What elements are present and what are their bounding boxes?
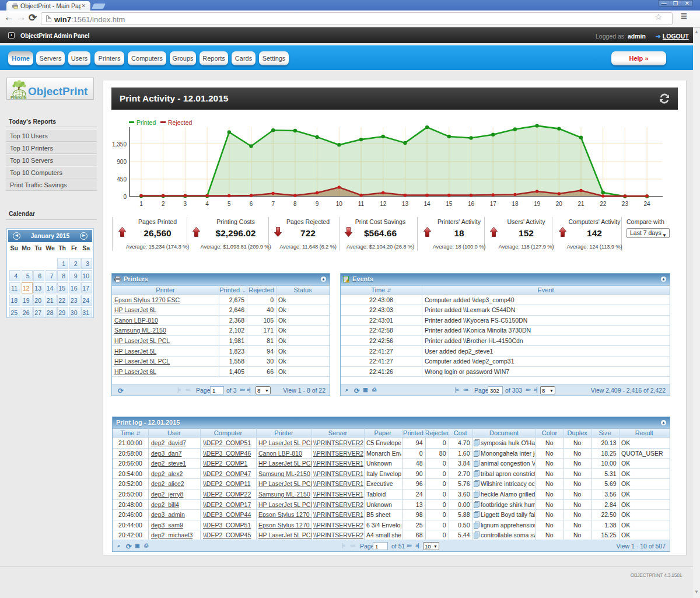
svg-text:24: 24 bbox=[644, 201, 651, 207]
svg-text:Fitosoft: Fitosoft bbox=[10, 95, 27, 100]
svg-text:900: 900 bbox=[117, 159, 127, 165]
svg-text:16: 16 bbox=[468, 201, 475, 207]
svg-text:19: 19 bbox=[534, 201, 541, 207]
svg-text:6: 6 bbox=[250, 201, 253, 207]
svg-text:14: 14 bbox=[424, 201, 431, 207]
svg-text:12: 12 bbox=[380, 201, 387, 207]
svg-text:7: 7 bbox=[271, 201, 275, 207]
svg-text:11: 11 bbox=[358, 201, 365, 207]
svg-text:Printed: Printed bbox=[136, 119, 156, 126]
svg-text:Rejected: Rejected bbox=[168, 119, 192, 126]
svg-text:450: 450 bbox=[117, 176, 127, 183]
svg-text:8: 8 bbox=[293, 201, 297, 207]
svg-text:21: 21 bbox=[578, 201, 584, 207]
svg-text:9: 9 bbox=[316, 201, 319, 207]
svg-text:18: 18 bbox=[512, 201, 519, 207]
svg-text:3: 3 bbox=[184, 201, 187, 207]
svg-text:22: 22 bbox=[600, 201, 607, 207]
svg-text:13: 13 bbox=[402, 201, 409, 207]
svg-text:20: 20 bbox=[556, 201, 563, 207]
svg-text:0: 0 bbox=[123, 194, 127, 200]
svg-text:17: 17 bbox=[490, 201, 497, 207]
svg-text:4: 4 bbox=[205, 201, 209, 207]
svg-text:5: 5 bbox=[228, 201, 231, 207]
svg-text:15: 15 bbox=[446, 201, 453, 207]
svg-text:23: 23 bbox=[622, 201, 629, 207]
svg-text:1: 1 bbox=[139, 201, 143, 207]
svg-text:1,350: 1,350 bbox=[112, 141, 127, 148]
svg-text:10: 10 bbox=[336, 201, 343, 207]
svg-text:2: 2 bbox=[162, 201, 165, 207]
